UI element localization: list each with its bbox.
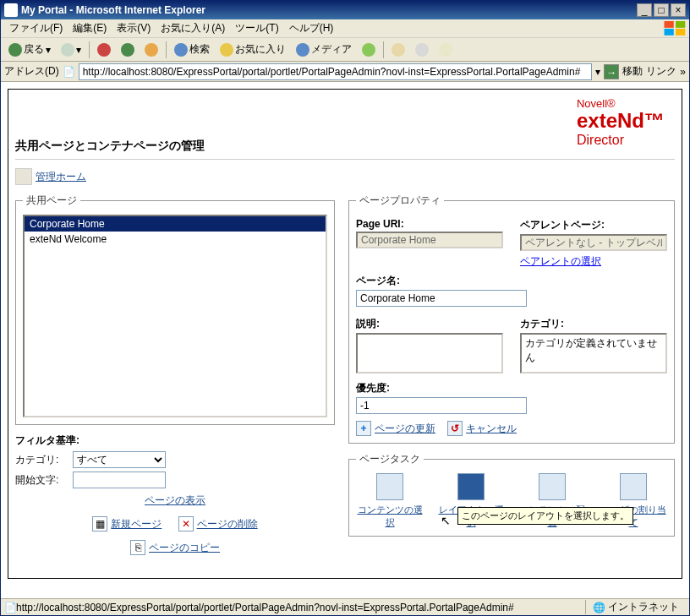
mail-button[interactable]: [387, 41, 409, 59]
go-label: 移動: [622, 64, 643, 79]
page-properties-legend: ページプロパティ: [356, 194, 444, 208]
admin-home-icon: [15, 168, 32, 185]
home-button[interactable]: [140, 41, 162, 59]
menu-tools[interactable]: ツール(T): [230, 19, 283, 37]
edit-button[interactable]: [435, 41, 457, 59]
cancel-button[interactable]: ↺: [447, 421, 463, 436]
page-name-input[interactable]: [356, 290, 527, 307]
back-label: 戻る: [24, 42, 44, 57]
description-textarea[interactable]: [356, 333, 503, 373]
copy-page-link[interactable]: ページのコピー: [149, 541, 220, 555]
search-button[interactable]: 検索: [170, 40, 214, 59]
page-action-links: ▦新規ページ ✕ページの削除: [15, 516, 335, 532]
update-page-link[interactable]: ページの更新: [375, 422, 435, 436]
refresh-icon: [121, 43, 134, 57]
statusbar: 📄 http://localhost:8080/ExpressPortal/po…: [1, 598, 689, 615]
startchar-filter-input[interactable]: [73, 472, 166, 488]
media-button[interactable]: メディア: [292, 40, 356, 59]
category-filter-select[interactable]: すべて: [73, 451, 166, 468]
window-title: My Portal - Microsoft Internet Explorer: [21, 4, 635, 16]
separator: [166, 41, 167, 58]
update-page-button[interactable]: +: [356, 421, 371, 436]
content-area: Novell® exteNd™ Director 共用ページとコンテナページの管…: [1, 82, 689, 598]
menu-edit[interactable]: 編集(E): [68, 19, 112, 37]
user-assign-icon: [620, 473, 647, 500]
svg-rect-3: [676, 29, 685, 35]
go-button[interactable]: →: [604, 64, 619, 79]
media-label: メディア: [311, 42, 352, 57]
menu-file[interactable]: ファイル(F): [4, 19, 68, 37]
brand-logo: Novell® exteNd™ Director: [577, 98, 665, 147]
menu-help[interactable]: ヘルプ(H): [284, 19, 339, 37]
back-button[interactable]: 戻る▾: [4, 40, 55, 59]
menu-view[interactable]: 表示(V): [112, 19, 156, 37]
page-properties-fieldset: ページプロパティ Page URI: ペアレントページ: ペアレントの選択: [348, 194, 675, 444]
menu-favorites[interactable]: お気に入り(A): [156, 19, 230, 37]
forward-icon: [61, 43, 74, 57]
cancel-link[interactable]: キャンセル: [466, 422, 517, 436]
category-box: カテゴリが定義されていません: [520, 333, 667, 373]
parent-select-link[interactable]: ペアレントの選択: [520, 255, 601, 267]
star-icon: [220, 43, 233, 57]
status-text: http://localhost:8080/ExpressPortal/port…: [16, 602, 585, 613]
print-icon: [415, 43, 429, 57]
brand-line2: exteNd™: [577, 110, 665, 132]
content-arrange-icon: [539, 473, 566, 500]
back-icon: [8, 43, 22, 57]
priority-input[interactable]: [356, 397, 527, 414]
address-bar: アドレス(D) 📄 ▾ → 移動 リンク »: [1, 62, 689, 82]
mail-icon: [392, 43, 405, 57]
forward-button[interactable]: ▾: [57, 41, 85, 59]
brand-line1: Novell®: [577, 98, 665, 110]
list-item[interactable]: Corporate Home: [25, 216, 326, 232]
intranet-icon: 🌐: [593, 602, 605, 613]
delete-page-icon: ✕: [178, 516, 194, 532]
task-content-select[interactable]: コンテンツの選択: [356, 473, 424, 529]
parent-page-input: [520, 234, 667, 251]
refresh-button[interactable]: [117, 41, 139, 59]
history-button[interactable]: [358, 41, 380, 59]
edit-icon: [439, 43, 452, 57]
chevron-down-icon[interactable]: ▾: [595, 66, 600, 78]
chevron-down-icon: ▾: [46, 44, 51, 56]
print-button[interactable]: [411, 41, 433, 59]
titlebar: My Portal - Microsoft Internet Explorer …: [1, 1, 689, 19]
filter-legend: フィルタ基準:: [15, 433, 335, 448]
startchar-filter-label: 開始文字:: [15, 473, 66, 488]
menubar: ファイル(F) 編集(E) 表示(V) お気に入り(A) ツール(T) ヘルプ(…: [1, 19, 689, 38]
zone-label: イントラネット: [608, 600, 679, 614]
close-button[interactable]: ×: [671, 3, 686, 17]
svg-rect-0: [665, 21, 674, 28]
new-page-link[interactable]: 新規ページ: [111, 517, 162, 532]
search-label: 検索: [189, 42, 210, 57]
brand-line3: Director: [577, 133, 665, 148]
stop-button[interactable]: [93, 41, 115, 59]
svg-rect-2: [665, 29, 674, 35]
content-select-icon: [376, 473, 403, 500]
category-label: カテゴリ:: [520, 317, 667, 331]
address-input[interactable]: [79, 63, 593, 80]
description-label: 説明:: [356, 317, 503, 331]
favorites-button[interactable]: お気に入り: [216, 40, 290, 59]
page-icon: 📄: [4, 602, 16, 613]
links-label[interactable]: リンク: [646, 64, 676, 79]
page-icon: 📄: [63, 66, 75, 78]
stop-icon: [97, 43, 111, 57]
cursor-icon: ↖: [441, 514, 451, 527]
page-tasks-legend: ページタスク: [356, 452, 424, 466]
minimize-button[interactable]: _: [637, 3, 652, 17]
admin-home-link[interactable]: 管理ホーム: [36, 170, 86, 184]
admin-home-link-row: 管理ホーム: [15, 168, 675, 185]
home-icon: [145, 43, 158, 57]
page-tasks-fieldset: ページタスク コンテンツの選択 レイアウトの選択: [348, 452, 675, 537]
list-item[interactable]: exteNd Welcome: [25, 232, 326, 247]
layout-select-icon: [457, 473, 485, 500]
page-frame: Novell® exteNd™ Director 共用ページとコンテナページの管…: [8, 89, 682, 579]
delete-page-link[interactable]: ページの削除: [197, 517, 258, 532]
shared-pages-listbox[interactable]: Corporate Home exteNd Welcome: [23, 215, 327, 417]
maximize-button[interactable]: □: [654, 3, 669, 17]
chevron-down-icon: ▾: [76, 44, 81, 56]
task-link[interactable]: コンテンツの選択: [358, 504, 423, 527]
show-pages-link[interactable]: ページの表示: [145, 494, 205, 506]
ie-window: My Portal - Microsoft Internet Explorer …: [0, 0, 690, 616]
